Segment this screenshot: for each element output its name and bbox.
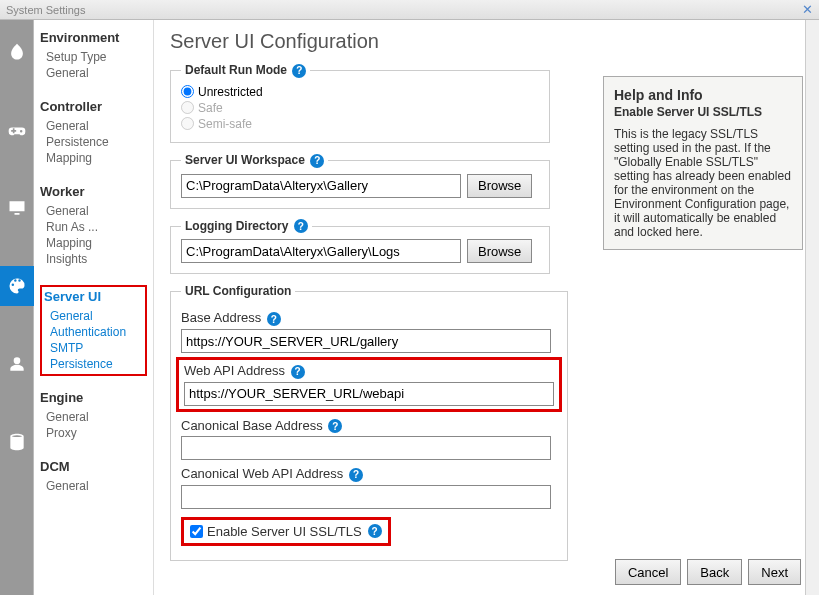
nav-item[interactable]: Persistence [44,356,143,372]
radio-label: Unrestricted [198,85,263,99]
nav-item[interactable]: General [40,478,147,494]
engine-icon[interactable] [0,344,34,384]
next-button[interactable]: Next [748,559,801,585]
nav-item[interactable]: Mapping [40,235,147,251]
main-panel: Server UI Configuration Default Run Mode… [154,20,819,595]
iconbar [0,20,34,595]
runmode-option-semisafe: Semi-safe [181,116,539,132]
browse-button[interactable]: Browse [467,174,532,198]
help-icon[interactable]: ? [267,312,281,326]
logging-input[interactable] [181,239,461,263]
window-title: System Settings [6,4,85,16]
footer-buttons: Cancel Back Next [615,559,801,585]
nav-item[interactable]: SMTP [44,340,143,356]
help-title: Help and Info [614,87,792,103]
canon-base-input[interactable] [181,436,551,460]
radio-label: Semi-safe [198,117,252,131]
nav-item[interactable]: Setup Type [40,49,147,65]
ssl-checkbox[interactable] [190,525,203,538]
webapi-input[interactable] [184,382,554,406]
radio-input [181,117,194,130]
help-icon[interactable]: ? [349,468,363,482]
runmode-legend: Default Run Mode [185,63,287,77]
gamepad-icon[interactable] [0,110,34,150]
nav-title[interactable]: Server UI [44,289,143,304]
nav-group-server-ui: Server UI General Authentication SMTP Pe… [40,285,147,376]
nav-column: Environment Setup Type General Controlle… [34,20,154,595]
page-title: Server UI Configuration [170,30,809,53]
back-button[interactable]: Back [687,559,742,585]
url-legend: URL Configuration [181,284,295,298]
ssl-label: Enable Server UI SSL/TLS [207,524,362,539]
scrollbar[interactable] [805,20,819,595]
cancel-button[interactable]: Cancel [615,559,681,585]
webapi-label: Web API Address [184,363,285,378]
database-icon[interactable] [0,422,34,462]
radio-input[interactable] [181,85,194,98]
help-subtitle: Enable Server UI SSL/TLS [614,105,792,119]
nav-item[interactable]: Authentication [44,324,143,340]
radio-label: Safe [198,101,223,115]
leaf-icon[interactable] [0,32,34,72]
nav-item[interactable]: Insights [40,251,147,267]
workspace-legend: Server UI Workspace [185,153,305,167]
nav-item[interactable]: General [40,65,147,81]
palette-icon[interactable] [0,266,34,306]
nav-item[interactable]: Mapping [40,150,147,166]
nav-title[interactable]: Controller [40,99,147,114]
workspace-input[interactable] [181,174,461,198]
help-icon[interactable]: ? [294,219,308,233]
runmode-option-safe: Safe [181,100,539,116]
canon-base-label: Canonical Base Address [181,418,323,433]
webapi-highlight: Web API Address ? [176,357,562,412]
close-icon[interactable]: ✕ [802,2,813,17]
monitor-icon[interactable] [0,188,34,228]
nav-item[interactable]: General [40,409,147,425]
nav-item[interactable]: Run As ... [40,219,147,235]
canon-api-input[interactable] [181,485,551,509]
nav-group-controller: Controller General Persistence Mapping [40,99,147,166]
help-icon[interactable]: ? [291,365,305,379]
nav-group-environment: Environment Setup Type General [40,30,147,81]
nav-title[interactable]: Engine [40,390,147,405]
url-config-group: URL Configuration Base Address ? Web API… [170,284,568,560]
nav-item[interactable]: Proxy [40,425,147,441]
nav-title[interactable]: DCM [40,459,147,474]
nav-title[interactable]: Environment [40,30,147,45]
help-icon[interactable]: ? [328,419,342,433]
runmode-option-unrestricted[interactable]: Unrestricted [181,84,539,100]
base-address-label: Base Address [181,310,261,325]
help-icon[interactable]: ? [310,154,324,168]
nav-group-worker: Worker General Run As ... Mapping Insigh… [40,184,147,267]
runmode-group: Default Run Mode ? Unrestricted Safe Sem… [170,63,550,143]
nav-group-dcm: DCM General [40,459,147,494]
nav-item[interactable]: Persistence [40,134,147,150]
ssl-highlight: Enable Server UI SSL/TLS ? [181,517,391,546]
help-panel: Help and Info Enable Server UI SSL/TLS T… [603,76,803,250]
nav-title[interactable]: Worker [40,184,147,199]
radio-input [181,101,194,114]
base-address-input[interactable] [181,329,551,353]
browse-button[interactable]: Browse [467,239,532,263]
help-body: This is the legacy SSL/TLS setting used … [614,127,792,239]
logging-legend: Logging Directory [185,219,288,233]
nav-item[interactable]: General [40,118,147,134]
help-icon[interactable]: ? [368,524,382,538]
workspace-group: Server UI Workspace ? Browse [170,153,550,209]
nav-item[interactable]: General [40,203,147,219]
help-icon[interactable]: ? [292,64,306,78]
logging-group: Logging Directory ? Browse [170,219,550,275]
canon-api-label: Canonical Web API Address [181,466,343,481]
nav-group-engine: Engine General Proxy [40,390,147,441]
nav-item[interactable]: General [44,308,143,324]
